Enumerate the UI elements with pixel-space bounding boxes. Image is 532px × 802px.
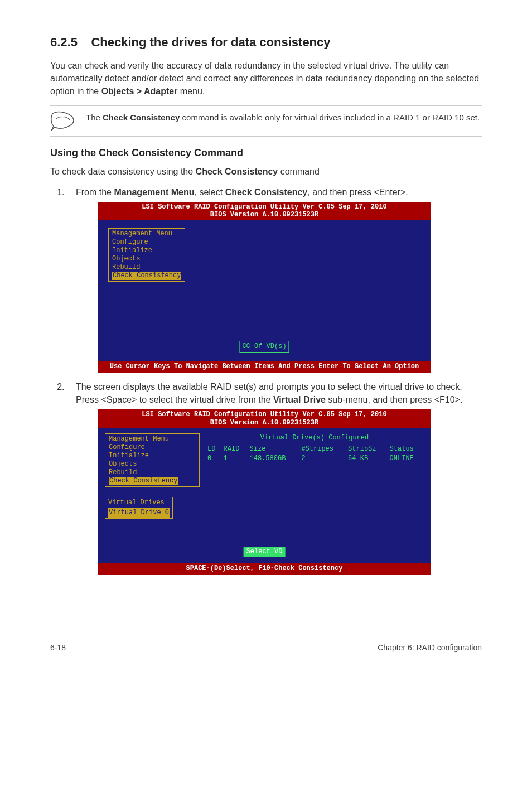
cell-stripes: 2 [299, 454, 346, 463]
intro-text-b: menu. [177, 86, 205, 96]
step1-text-a: From the [76, 187, 114, 197]
bios2-menu-initialize: Initialize [109, 452, 196, 460]
col-raid: RAID [221, 445, 248, 454]
page-footer: 6-18 Chapter 6: RAID configuration [50, 642, 482, 653]
chapter-label: Chapter 6: RAID configuration [378, 642, 482, 653]
bios1-header-line2: BIOS Version A.10.09231523R [98, 211, 431, 219]
bios2-vd-box-item: Virtual Drive 0 [108, 508, 170, 518]
cell-raid: 1 [221, 454, 248, 463]
bios1-menu-objects: Objects [112, 255, 181, 263]
step1-text-b: , select [194, 187, 225, 197]
bios1-menu-configure: Configure [112, 238, 181, 247]
step2-text-b: sub-menu, and then press <F10>. [326, 395, 462, 404]
note-text: The Check Consistency command is availab… [86, 110, 480, 123]
note-icon [50, 110, 76, 132]
page-number: 6-18 [50, 642, 66, 653]
cell-stripsz: 64 KB [346, 454, 388, 463]
bios2-menu-configure: Configure [109, 443, 196, 452]
table-header-row: LD RAID Size #Stripes StripSz Status [205, 445, 424, 454]
cell-ld: 0 [205, 454, 221, 463]
bios2-menu-title: Management Menu [109, 435, 196, 443]
note-bold: Check Consistency [103, 113, 180, 122]
lead-text-b: command [278, 167, 320, 176]
lead-text-a: To check data consistency using the [50, 167, 196, 176]
bios1-body: Management Menu Configure Initialize Obj… [98, 220, 431, 361]
bios2-header-line1: LSI Software RAID Configuration Utility … [98, 410, 431, 418]
step1-bold2: Check Consistency [225, 187, 308, 197]
note-block: The Check Consistency command is availab… [50, 105, 482, 137]
bios2-menu-rebuild: Rebuild [109, 468, 196, 477]
bios2-footer: SPACE-(De)Select, F10-Check Consistency [98, 563, 431, 574]
note-text-b: command is available only for virtual dr… [180, 113, 480, 122]
section-title-text: Checking the drives for data consistency [91, 35, 330, 49]
bios2-header-line2: BIOS Version A.10.09231523R [98, 419, 431, 427]
bios1-menu-title: Management Menu [112, 230, 181, 238]
bios2-select-vd: Select VD [244, 547, 286, 557]
intro-bold: Objects > Adapter [101, 86, 178, 96]
bios2-vd-table: LD RAID Size #Stripes StripSz Status 0 1… [205, 445, 424, 464]
step-1: From the Management Menu, select Check C… [67, 186, 482, 373]
lead-paragraph: To check data consistency using the Chec… [50, 165, 482, 178]
bios2-vd-box-title: Virtual Drives [108, 498, 170, 508]
bios1-menu-initialize: Initialize [112, 247, 181, 255]
col-stripsz: StripSz [346, 445, 388, 454]
bios1-footer: Use Cursor Keys To Navigate Between Item… [98, 361, 431, 373]
cell-size: 148.580GB [248, 454, 299, 463]
intro-paragraph: You can check and verify the accuracy of… [50, 59, 482, 98]
cell-status: ONLINE [388, 454, 424, 463]
lead-bold: Check Consistency [196, 167, 278, 176]
step2-bold: Virtual Drive [273, 395, 326, 404]
bios2-vd-box: Virtual Drives Virtual Drive 0 [105, 497, 173, 519]
bios1-menu-box: Management Menu Configure Initialize Obj… [108, 228, 185, 282]
table-row: 0 1 148.580GB 2 64 KB ONLINE [205, 454, 424, 463]
bios-screenshot-1: LSI Software RAID Configuration Utility … [98, 202, 431, 373]
step1-bold1: Management Menu [114, 187, 194, 197]
bios1-center-box: CC Of VD(s) [239, 341, 289, 352]
bios1-header-line1: LSI Software RAID Configuration Utility … [98, 203, 431, 211]
bios1-menu-rebuild: Rebuild [112, 263, 181, 272]
step-2: The screen displays the available RAID s… [67, 380, 482, 575]
bios1-header: LSI Software RAID Configuration Utility … [98, 202, 431, 220]
step1-text-c: , and then press <Enter>. [307, 187, 408, 197]
bios2-menu-check: Check Consistency [109, 477, 178, 485]
bios2-header: LSI Software RAID Configuration Utility … [98, 409, 431, 428]
bios2-menu-box: Management Menu Configure Initialize Obj… [105, 433, 200, 487]
section-number: 6.2.5 [50, 35, 78, 49]
subheading: Using the Check Consistency Command [50, 146, 482, 160]
steps-list: From the Management Menu, select Check C… [67, 186, 482, 575]
bios2-menu-objects: Objects [109, 460, 196, 468]
bios-screenshot-2: LSI Software RAID Configuration Utility … [98, 409, 431, 574]
col-status: Status [388, 445, 424, 454]
bios2-vd-panel: Virtual Drive(s) Configured LD RAID Size… [205, 433, 424, 519]
section-heading: 6.2.5 Checking the drives for data consi… [50, 33, 482, 51]
col-size: Size [248, 445, 299, 454]
col-ld: LD [205, 445, 221, 454]
bios2-body: Management Menu Configure Initialize Obj… [98, 428, 431, 563]
col-stripes: #Stripes [299, 445, 346, 454]
bios2-vd-panel-title: Virtual Drive(s) Configured [205, 433, 424, 443]
note-text-a: The [86, 113, 103, 122]
bios1-menu-check: Check Consistency [112, 272, 181, 280]
